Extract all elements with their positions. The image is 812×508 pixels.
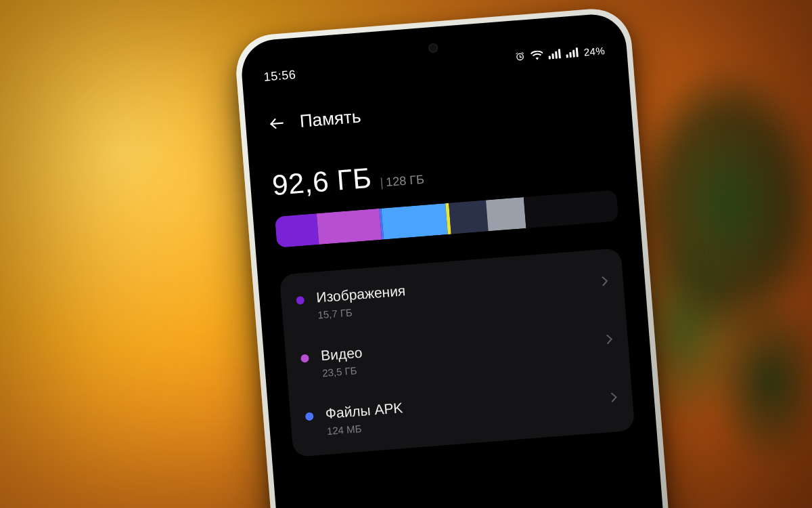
storage-seg-video [317, 209, 382, 245]
wifi-icon [531, 50, 543, 60]
phone-screen: 15:56 24% [244, 16, 678, 508]
svg-line-0 [271, 123, 283, 123]
storage-seg-system [449, 200, 489, 234]
status-bar: 15:56 24% [261, 18, 606, 90]
storage-seg-free [524, 190, 619, 228]
storage-bar-chart [275, 190, 618, 248]
back-button[interactable] [267, 113, 287, 133]
storage-summary: 92,6 ГБ |128 ГБ [271, 143, 614, 203]
photo-background: 15:56 24% [0, 0, 812, 508]
storage-categories-card: Изображения15,7 ГБВидео23,5 ГБФайлы APK1… [279, 248, 635, 457]
category-dot-icon [305, 412, 314, 421]
chevron-right-icon [610, 391, 618, 406]
page-title: Память [299, 106, 362, 132]
storage-seg-apps [381, 203, 447, 239]
storage-seg-images [275, 213, 319, 248]
phone: 15:56 24% [233, 6, 688, 508]
chevron-right-icon [606, 333, 614, 347]
chevron-right-icon [601, 276, 609, 290]
arrow-left-icon [267, 114, 286, 133]
status-time: 15:56 [263, 67, 296, 84]
storage-seg-other [486, 197, 526, 231]
signal-icon-1 [548, 49, 561, 59]
category-dot-icon [296, 296, 304, 305]
category-dot-icon [300, 354, 309, 363]
storage-total: |128 ГБ [380, 173, 425, 190]
storage-used: 92,6 ГБ [271, 162, 373, 202]
signal-icon-2 [566, 47, 579, 58]
alarm-icon [514, 51, 526, 62]
battery-text: 24% [583, 44, 606, 57]
